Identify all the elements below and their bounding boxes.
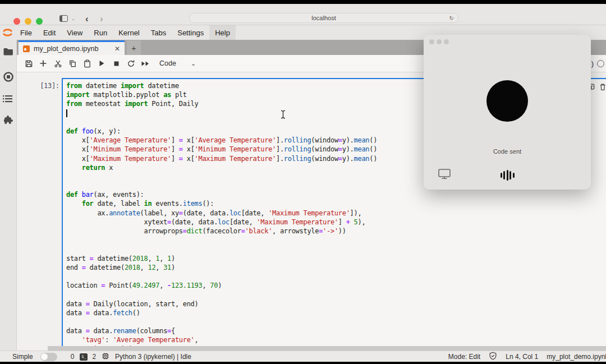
code-line[interactable] <box>66 272 606 281</box>
running-sessions-icon[interactable] <box>3 71 14 82</box>
letterbox-bottom <box>0 362 606 364</box>
voice-assistant-window[interactable]: Code sent <box>424 35 591 190</box>
code-line[interactable]: xytext=(date, data.loc[date, 'Maximum Te… <box>66 218 606 227</box>
restart-kernel-button[interactable] <box>123 55 138 72</box>
terminals-count[interactable]: 0 <box>71 353 75 361</box>
new-launcher-button[interactable]: + <box>127 40 141 55</box>
minimize-window-button[interactable] <box>25 18 31 25</box>
cell-type-select[interactable]: Code <box>159 59 176 67</box>
screen-share-icon[interactable] <box>438 169 451 182</box>
code-line[interactable]: end = datetime(2018, 12, 31) <box>66 263 606 272</box>
kernel-status-icon <box>597 60 604 67</box>
notebook-tab[interactable]: my_plot_demo.ipynb ✕ <box>19 40 125 55</box>
menu-item-view[interactable]: View <box>61 25 88 40</box>
paste-cells-button[interactable] <box>80 55 94 72</box>
chevron-down-icon[interactable]: ⌄ <box>71 17 75 20</box>
cell-execution-prompt: [13]: <box>34 82 59 90</box>
screen: ⌄ ‹ › localhost ↻ FileEditViewRunKernelT… <box>0 0 606 364</box>
forward-button[interactable]: › <box>100 14 103 24</box>
extension-manager-icon[interactable] <box>3 115 14 126</box>
run-cell-button[interactable] <box>94 55 109 72</box>
code-line[interactable]: for date, label in events.items(): <box>66 199 606 208</box>
overlay-zoom-button[interactable] <box>444 39 449 44</box>
mode-indicator[interactable]: Mode: Edit <box>448 353 480 361</box>
menu-item-kernel[interactable]: Kernel <box>113 25 145 40</box>
assistant-status-text: Code sent <box>424 148 591 155</box>
mouse-cursor-ibeam <box>280 110 286 121</box>
url-text: localhost <box>311 15 336 21</box>
code-line[interactable] <box>66 290 606 299</box>
status-bar: Simple 0 $_ 2 Python 3 (ipykernel) | Idl… <box>0 351 606 362</box>
interrupt-kernel-button[interactable] <box>109 55 123 72</box>
menu-item-run[interactable]: Run <box>88 25 113 40</box>
notebook-file-icon <box>23 45 30 52</box>
left-activity-bar <box>0 40 17 351</box>
save-button[interactable] <box>21 55 36 72</box>
code-line[interactable]: data = data.fetch() <box>66 308 606 317</box>
audio-waveform-icon[interactable] <box>498 169 516 181</box>
code-line[interactable]: def bar(ax, events): <box>66 190 606 199</box>
menu-item-help[interactable]: Help <box>209 25 236 40</box>
code-line[interactable]: 'tavg': 'Average Temperature', <box>66 335 606 344</box>
simple-mode-toggle[interactable] <box>40 353 57 361</box>
horizontal-scrollbar[interactable] <box>48 346 606 351</box>
kernel-status-text[interactable]: Python 3 (ipykernel) | Idle <box>115 353 191 361</box>
copy-cells-button[interactable] <box>65 55 80 72</box>
table-of-contents-icon[interactable] <box>3 95 14 106</box>
code-line[interactable]: ax.annotate(label, xy=(date, data.loc[da… <box>66 209 606 218</box>
url-bar[interactable]: localhost ↻ <box>189 13 458 23</box>
menu-item-tabs[interactable]: Tabs <box>145 25 172 40</box>
restart-run-all-button[interactable] <box>138 55 153 72</box>
kernels-count[interactable]: 2 <box>92 353 96 361</box>
menu-item-file[interactable]: File <box>15 25 38 40</box>
terminal-icon: $_ <box>80 353 88 361</box>
close-window-button[interactable] <box>13 18 20 25</box>
code-line[interactable] <box>66 245 606 254</box>
code-line[interactable] <box>66 236 606 245</box>
assistant-orb[interactable] <box>486 80 528 122</box>
code-line[interactable]: location = Point(49.2497, -123.1193, 70) <box>66 281 606 290</box>
overlay-close-button[interactable] <box>429 39 434 44</box>
back-button[interactable]: ‹ <box>85 14 89 24</box>
code-line[interactable]: data = data.rename(columns={ <box>66 326 606 335</box>
code-line[interactable]: data = Daily(location, start, end) <box>66 300 606 308</box>
overlay-minimize-button[interactable] <box>437 39 442 44</box>
reload-icon[interactable]: ↻ <box>449 15 454 21</box>
close-tab-icon[interactable]: ✕ <box>114 45 120 53</box>
menu-item-settings[interactable]: Settings <box>172 25 209 40</box>
tab-title: my_plot_demo.ipynb <box>34 45 111 53</box>
trust-shield-icon[interactable] <box>489 352 497 362</box>
zoom-window-button[interactable] <box>36 18 43 25</box>
file-browser-icon[interactable] <box>3 47 14 58</box>
jupyter-logo <box>0 25 15 40</box>
cursor-position[interactable]: Ln 4, Col 1 <box>506 353 538 361</box>
text-cursor <box>66 109 67 117</box>
code-line[interactable]: start = datetime(2018, 1, 1) <box>66 254 606 263</box>
code-line[interactable]: arrowprops=dict(facecolor='black', arrow… <box>66 227 606 236</box>
browser-titlebar: ⌄ ‹ › localhost ↻ <box>0 4 606 25</box>
sidebar-toggle-icon[interactable] <box>59 15 68 22</box>
insert-cell-button[interactable] <box>36 55 50 72</box>
cut-cells-button[interactable] <box>50 55 65 72</box>
toggle-knob <box>41 353 48 360</box>
cell-type-chevron-icon[interactable]: ⌄ <box>191 60 196 67</box>
menu-item-edit[interactable]: Edit <box>38 25 61 40</box>
kernel-chip-icon <box>102 352 109 362</box>
code-line[interactable] <box>66 317 606 326</box>
simple-mode-label: Simple <box>12 353 33 361</box>
delete-cell-icon[interactable] <box>599 83 606 91</box>
statusbar-filename[interactable]: my_plot_demo.ipynb <box>547 353 606 361</box>
overlay-window-controls <box>429 39 449 44</box>
